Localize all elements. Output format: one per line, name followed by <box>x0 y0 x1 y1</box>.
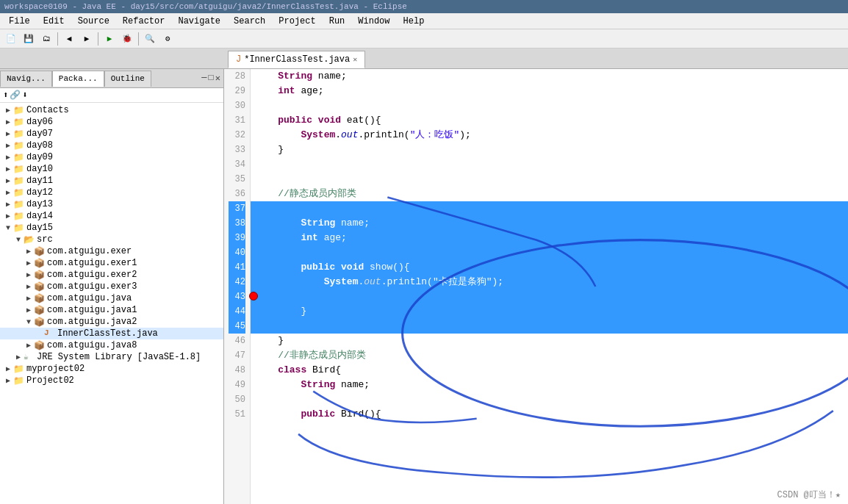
toolbar-new[interactable]: 📄 <box>3 31 19 47</box>
tree-item-day09[interactable]: ▶ 📁 day09 <box>0 151 223 163</box>
project-icon-day10: 📁 <box>13 164 25 174</box>
tree-arrow-day09: ▶ <box>3 153 13 162</box>
package-icon-java1: 📦 <box>34 305 46 315</box>
menu-navigate[interactable]: Navigate <box>172 15 226 28</box>
tree-item-pkg-exer2[interactable]: ▶ 📦 com.atguigu.exer2 <box>0 269 223 281</box>
code-line-38: String name; <box>251 216 848 231</box>
ln-40: 40 <box>229 245 245 260</box>
toolbar-forward[interactable]: ▶ <box>79 31 95 47</box>
tree-label-pkg-java: com.atguigu.java <box>47 293 132 303</box>
javafile-icon-innerclasstest: J <box>44 328 56 339</box>
title-text: workspace0109 - Java EE - day15/src/com/… <box>4 2 407 11</box>
tree-item-day07[interactable]: ▶ 📁 day07 <box>0 128 223 140</box>
tree-label-jre: JRE System Library [JavaSE-1.8] <box>37 352 201 362</box>
sidebar-toolbar-icon2[interactable]: 🔗 <box>10 90 21 101</box>
tree-item-contacts[interactable]: ▶ 📁 Contacts <box>0 104 223 116</box>
menu-help[interactable]: Help <box>398 15 431 28</box>
tree-item-pkg-java[interactable]: ▶ 📦 com.atguigu.java <box>0 292 223 304</box>
code-line-47: //非静态成员内部类 <box>251 348 848 363</box>
tree-item-day06[interactable]: ▶ 📁 day06 <box>0 116 223 128</box>
sidebar: Navig... Packa... Outline — □ ✕ ⬆ 🔗 ⬇ ▶ <box>0 69 224 504</box>
sidebar-close-icon[interactable]: ✕ <box>215 73 220 84</box>
menu-window[interactable]: Window <box>352 15 395 28</box>
tree-label-day08: day08 <box>26 140 53 151</box>
sidebar-toolbar-icon1[interactable]: ⬆ <box>3 90 8 101</box>
sidebar-minimize-icon[interactable]: — <box>201 73 206 84</box>
toolbar-save[interactable]: 💾 <box>21 31 37 47</box>
ln-39: 39 <box>229 231 245 245</box>
project-icon-day09: 📁 <box>13 152 25 162</box>
tree-item-pkg-java1[interactable]: ▶ 📦 com.atguigu.java1 <box>0 304 223 316</box>
tab-innerclasstest[interactable]: J *InnerClassTest.java ✕ <box>228 51 365 68</box>
tab-label: *InnerClassTest.java <box>244 54 350 65</box>
ln-30: 30 <box>229 98 245 113</box>
ln-36: 36 <box>229 187 245 201</box>
tree-item-pkg-exer[interactable]: ▶ 📦 com.atguigu.exer <box>0 245 223 257</box>
tree-item-pkg-java8[interactable]: ▶ 📦 com.atguigu.java8 <box>0 339 223 351</box>
code-area: 28 29 30 31 32 33 34 35 36 37 38 39 40 4… <box>224 69 848 504</box>
project-icon-day08: 📁 <box>13 140 25 151</box>
menu-search[interactable]: Search <box>228 15 271 28</box>
tree-arrow-day13: ▶ <box>3 200 13 209</box>
toolbar-settings[interactable]: ⚙ <box>159 31 176 47</box>
tree-label-pkg-exer3: com.atguigu.exer3 <box>47 281 137 292</box>
sidebar-icons: — □ ✕ <box>201 73 223 84</box>
toolbar-run[interactable]: ▶ <box>101 31 118 47</box>
ln-42: 42 <box>229 275 245 289</box>
package-icon-java: 📦 <box>34 293 46 303</box>
tree-item-innerclasstest[interactable]: ▶ J InnerClassTest.java <box>0 328 223 339</box>
tree-label-day07: day07 <box>26 129 53 139</box>
editor[interactable]: 28 29 30 31 32 33 34 35 36 37 38 39 40 4… <box>224 69 848 504</box>
toolbar-search[interactable]: 🔍 <box>142 31 158 47</box>
ln-43: 43 <box>229 289 245 304</box>
tree-arrow-day14: ▶ <box>3 212 13 220</box>
code-line-37: static class Dog{ <box>251 201 848 216</box>
tree-item-jre[interactable]: ▶ ☕ JRE System Library [JavaSE-1.8] <box>0 351 223 363</box>
tree-arrow-day12: ▶ <box>3 188 13 197</box>
tree-item-day11[interactable]: ▶ 📁 day11 <box>0 175 223 187</box>
tree-item-pkg-java2[interactable]: ▼ 📦 com.atguigu.java2 <box>0 316 223 328</box>
toolbar-sep1 <box>57 32 58 46</box>
tree-label-pkg-java1: com.atguigu.java1 <box>47 305 137 315</box>
tree-label-contacts: Contacts <box>26 105 69 115</box>
tree-item-myproject02[interactable]: ▶ 📁 myproject02 <box>0 363 223 375</box>
sidebar-tab-navigator[interactable]: Navig... <box>0 71 52 87</box>
tree-item-day15[interactable]: ▼ 📁 day15 <box>0 222 223 234</box>
tab-close-icon[interactable]: ✕ <box>353 55 357 64</box>
sidebar-maximize-icon[interactable]: □ <box>209 73 214 84</box>
tree-item-day13[interactable]: ▶ 📁 day13 <box>0 198 223 210</box>
menu-source[interactable]: Source <box>72 15 115 28</box>
menu-file[interactable]: File <box>3 15 36 28</box>
tree-item-pkg-exer3[interactable]: ▶ 📦 com.atguigu.exer3 <box>0 281 223 292</box>
menu-edit[interactable]: Edit <box>37 15 71 28</box>
sidebar-toolbar-icon3[interactable]: ⬇ <box>22 90 27 101</box>
tree-item-src[interactable]: ▼ 📂 src <box>0 234 223 245</box>
tree-item-day12[interactable]: ▶ 📁 day12 <box>0 187 223 198</box>
ln-32: 32 <box>229 128 245 143</box>
menu-project[interactable]: Project <box>273 15 321 28</box>
tree-item-day14[interactable]: ▶ 📁 day14 <box>0 210 223 222</box>
ln-29: 29 <box>229 84 245 98</box>
tree-arrow-src: ▼ <box>13 236 24 244</box>
code-line-30 <box>251 98 848 113</box>
tree-item-day08[interactable]: ▶ 📁 day08 <box>0 140 223 151</box>
tree-label-pkg-exer1: com.atguigu.exer1 <box>47 258 137 268</box>
toolbar-back[interactable]: ◀ <box>61 31 77 47</box>
toolbar-debug[interactable]: 🐞 <box>119 31 135 47</box>
tree-item-pkg-exer1[interactable]: ▶ 📦 com.atguigu.exer1 <box>0 257 223 269</box>
toolbar-saveall[interactable]: 🗂 <box>38 31 54 47</box>
code-lines: String name; int age; public void eat(){… <box>251 69 848 504</box>
sidebar-tab-package[interactable]: Packa... <box>52 71 104 87</box>
code-line-45 <box>251 319 848 334</box>
ln-38: 38 <box>229 216 245 231</box>
menu-refactor[interactable]: Refactor <box>117 15 171 28</box>
tree-arrow-day07: ▶ <box>3 129 13 138</box>
package-icon-java2: 📦 <box>34 317 46 327</box>
line-numbers: 28 29 30 31 32 33 34 35 36 37 38 39 40 4… <box>224 69 251 504</box>
tree-item-day10[interactable]: ▶ 📁 day10 <box>0 163 223 175</box>
sidebar-tab-outline[interactable]: Outline <box>104 71 151 87</box>
project-icon-day15: 📁 <box>13 223 25 233</box>
menu-run[interactable]: Run <box>323 15 351 28</box>
tree-item-project02[interactable]: ▶ 📁 Project02 <box>0 375 223 386</box>
tree-label-day14: day14 <box>26 211 53 221</box>
